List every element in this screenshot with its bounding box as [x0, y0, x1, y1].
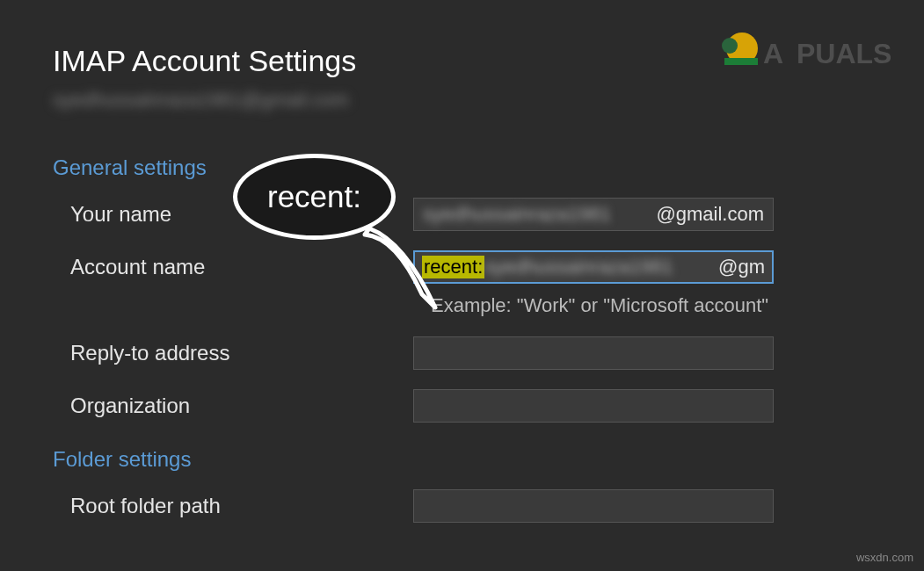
your-name-label: Your name — [70, 202, 413, 227]
root-folder-label: Root folder path — [70, 494, 413, 518]
reply-to-input[interactable] — [413, 336, 774, 370]
your-name-blurred-value: syedhussainraza1981 — [423, 203, 656, 226]
reply-to-label: Reply-to address — [70, 341, 413, 365]
account-email-subtitle: syedhussainraza1981@gmail.com — [53, 89, 871, 112]
account-name-blurred-value: syedhussainraza1981 — [484, 256, 718, 278]
root-folder-input[interactable] — [413, 489, 774, 523]
your-name-input[interactable]: syedhussainraza1981 @gmail.com — [413, 198, 774, 231]
account-name-suffix: @gm — [718, 256, 765, 278]
root-folder-row: Root folder path — [53, 489, 871, 523]
account-name-helper: Example: "Work" or "Microsoft account" — [413, 294, 871, 317]
general-settings-header: General settings — [53, 155, 871, 180]
svg-text:PUALS: PUALS — [797, 38, 891, 69]
organization-row: Organization — [53, 389, 871, 423]
svg-point-1 — [722, 38, 738, 54]
svg-text:A: A — [763, 38, 783, 69]
your-name-suffix: @gmail.com — [656, 203, 764, 226]
appuals-logo-icon: A PUALS — [717, 26, 893, 79]
watermark-logo: A PUALS — [717, 26, 893, 83]
organization-label: Organization — [70, 394, 413, 418]
callout-tail-icon — [360, 224, 466, 321]
account-name-input[interactable]: recent: syedhussainraza1981 @gm — [413, 250, 774, 284]
svg-rect-2 — [724, 58, 758, 65]
organization-input[interactable] — [413, 389, 774, 423]
reply-to-row: Reply-to address — [53, 336, 871, 370]
folder-settings-header: Folder settings — [53, 447, 871, 472]
watermark-domain: wsxdn.com — [856, 551, 913, 564]
